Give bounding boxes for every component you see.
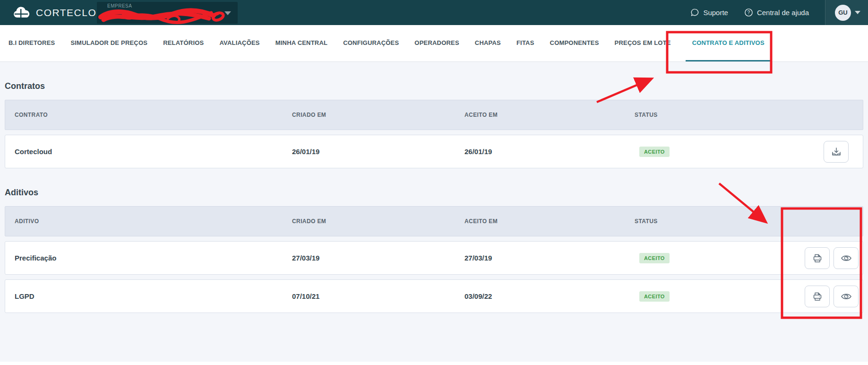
chevron-down-icon: [224, 11, 231, 15]
addenda-section-title: Aditivos: [5, 187, 863, 198]
addendum-name: LGPD: [5, 292, 292, 300]
content-area: Contratos CONTRATO CRIADO EM ACEITO EM S…: [0, 81, 868, 313]
contracts-section-title: Contratos: [5, 81, 863, 91]
actions-cell: [805, 247, 865, 269]
svg-text:?: ?: [748, 10, 750, 15]
status-badge: ACEITO: [639, 291, 670, 302]
support-link[interactable]: Suporte: [690, 8, 728, 17]
column-header-aditivo: ADITIVO: [5, 218, 292, 225]
eye-icon: [840, 291, 852, 302]
printer-icon: [812, 291, 823, 302]
table-row-cortecloud: Cortecloud 26/01/19 26/01/19 ACEITO: [5, 135, 863, 168]
view-addendum-button[interactable]: [834, 247, 859, 269]
addendum-accepted-date: 03/09/22: [464, 292, 635, 300]
addendum-created-date: 27/03/19: [292, 254, 464, 262]
tab-minha-central[interactable]: MINHA CENTRAL: [275, 25, 328, 61]
status-badge: ACEITO: [639, 253, 670, 263]
main-nav: B.I DIRETORES SIMULADOR DE PREÇOS RELATÓ…: [0, 25, 868, 62]
addendum-name: Precificação: [5, 254, 292, 262]
actions-cell: [805, 286, 865, 307]
download-icon: [831, 146, 842, 157]
contracts-table-header: CONTRATO CRIADO EM ACEITO EM STATUS: [5, 100, 863, 130]
tab-bi-diretores[interactable]: B.I DIRETORES: [8, 25, 56, 61]
avatar: GU: [835, 5, 851, 21]
tab-precos-em-lote[interactable]: PREÇOS EM LOTE: [614, 25, 672, 61]
contract-name: Cortecloud: [5, 148, 292, 156]
actions-cell: [805, 141, 863, 163]
status-cell: ACEITO: [635, 253, 805, 263]
bottom-strip: [0, 362, 868, 365]
user-menu[interactable]: GU: [825, 0, 868, 25]
status-cell: ACEITO: [635, 291, 805, 302]
column-header-aceito-em: ACEITO EM: [464, 218, 635, 225]
column-header-contrato: CONTRATO: [5, 112, 292, 118]
top-header: CORTECLOUD EMPRESA Suporte ?: [0, 0, 868, 25]
eye-icon: [840, 252, 852, 264]
contract-accepted-date: 26/01/19: [464, 148, 635, 156]
company-selector[interactable]: EMPRESA: [97, 2, 238, 24]
chevron-down-icon: [855, 11, 860, 14]
tab-componentes[interactable]: COMPONENTES: [549, 25, 600, 61]
addendum-accepted-date: 27/03/19: [464, 254, 635, 262]
support-label: Suporte: [703, 9, 728, 17]
tab-fitas[interactable]: FITAS: [516, 25, 535, 61]
help-center-label: Central de ajuda: [757, 9, 809, 17]
column-header-status: STATUS: [635, 218, 805, 225]
tab-avaliacoes[interactable]: AVALIAÇÕES: [218, 25, 260, 61]
chat-bubble-icon: [690, 8, 699, 17]
tab-relatorios[interactable]: RELATÓRIOS: [162, 25, 205, 61]
print-addendum-button[interactable]: [805, 247, 830, 269]
topbar-right: Suporte ? Central de ajuda GU: [690, 0, 868, 25]
question-circle-icon: ?: [744, 8, 753, 17]
help-center-link[interactable]: ? Central de ajuda: [744, 8, 809, 17]
column-header-aceito-em: ACEITO EM: [464, 112, 635, 118]
view-addendum-button[interactable]: [834, 286, 859, 307]
column-header-criado-em: CRIADO EM: [292, 218, 464, 225]
tab-operadores[interactable]: OPERADORES: [413, 25, 460, 61]
redaction-scribble: [97, 6, 234, 25]
table-row-lgpd: LGPD 07/10/21 03/09/22 ACEITO: [5, 279, 863, 313]
tab-simulador-de-precos[interactable]: SIMULADOR DE PREÇOS: [69, 25, 148, 61]
status-badge: ACEITO: [639, 147, 670, 157]
printer-icon: [812, 252, 823, 264]
table-row-precificacao: Precificação 27/03/19 27/03/19 ACEITO: [5, 241, 863, 275]
addendum-created-date: 07/10/21: [292, 292, 464, 300]
download-contract-button[interactable]: [824, 141, 849, 163]
contract-created-date: 26/01/19: [292, 148, 464, 156]
tab-chapas[interactable]: CHAPAS: [474, 25, 502, 61]
tab-configuracoes[interactable]: CONFIGURAÇÕES: [342, 25, 400, 61]
tab-contrato-e-aditivos[interactable]: CONTRATO E ADITIVOS: [686, 25, 771, 61]
cloud-logo-icon: [12, 6, 31, 19]
column-header-criado-em: CRIADO EM: [292, 112, 464, 118]
status-cell: ACEITO: [635, 147, 805, 157]
column-header-status: STATUS: [635, 112, 805, 118]
print-addendum-button[interactable]: [805, 286, 830, 307]
addenda-table-header: ADITIVO CRIADO EM ACEITO EM STATUS: [5, 206, 863, 236]
